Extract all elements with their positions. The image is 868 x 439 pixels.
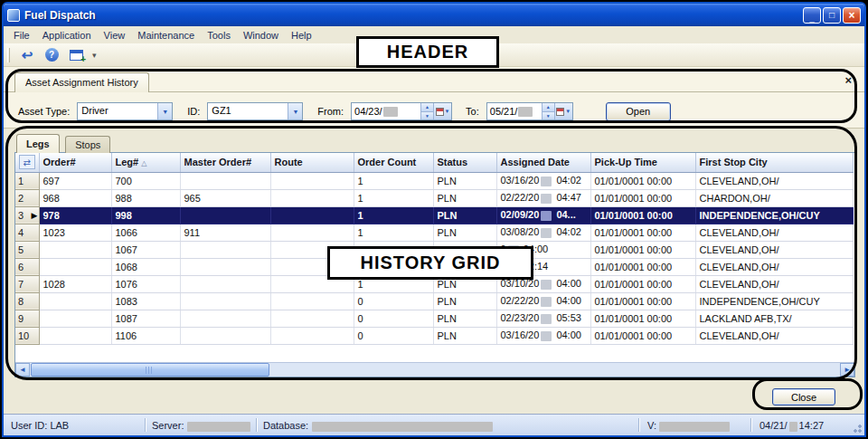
cell-master[interactable]: [180, 275, 270, 292]
cell-pickup[interactable]: 01/01/0001 00:00: [590, 224, 695, 241]
column-header-master-order[interactable]: Master Order#: [180, 153, 270, 172]
cell-pickup[interactable]: 01/01/0001 00:00: [590, 327, 695, 344]
cell-pickup[interactable]: 01/01/0001 00:00: [590, 275, 695, 292]
cell-leg[interactable]: 1076: [111, 275, 180, 292]
cell-order[interactable]: 968: [39, 189, 111, 206]
row-selector[interactable]: 7: [15, 275, 39, 292]
cell-assigned[interactable]: 02/22/20 04:00: [496, 292, 590, 310]
cell-city[interactable]: INDEPENDENCE,OH/CUY: [695, 292, 853, 310]
cell-status[interactable]: PLN: [433, 327, 496, 344]
cell-pickup[interactable]: 01/01/0001 00:00: [590, 310, 695, 327]
cell-pickup[interactable]: 01/01/0001 00:00: [590, 172, 695, 189]
menu-item-maintenance[interactable]: Maintenance: [131, 28, 201, 43]
column-header-order[interactable]: Order#: [39, 153, 111, 172]
cell-route[interactable]: [270, 292, 354, 310]
table-row[interactable]: 810830PLN02/22/20 04:0001/01/0001 00:00I…: [15, 292, 853, 310]
cell-order[interactable]: 978: [39, 206, 111, 224]
maximize-button[interactable]: □: [823, 7, 841, 24]
menu-item-tools[interactable]: Tools: [201, 28, 237, 43]
cell-leg[interactable]: 700: [111, 172, 180, 189]
to-date-input[interactable]: 05/21/ ▲ ▼ ▼: [486, 102, 573, 120]
cell-assigned[interactable]: 03/16/20 04:00: [496, 327, 590, 344]
tab-stops[interactable]: Stops: [65, 136, 110, 153]
cell-pickup[interactable]: 01/01/0001 00:00: [590, 206, 695, 224]
row-selector[interactable]: 5: [15, 241, 39, 258]
cell-count[interactable]: 0: [354, 327, 433, 344]
table-row[interactable]: 1011060PLN03/16/20 04:0001/01/0001 00:00…: [15, 327, 853, 344]
cell-leg[interactable]: 1066: [111, 224, 180, 241]
cell-route[interactable]: [270, 310, 354, 327]
cell-pickup[interactable]: 01/01/0001 00:00: [590, 258, 695, 275]
menu-item-application[interactable]: Application: [36, 28, 98, 43]
cell-status[interactable]: PLN: [433, 172, 496, 189]
table-row[interactable]: 16977001PLN03/16/20 04:0201/01/0001 00:0…: [15, 172, 853, 189]
cell-leg[interactable]: 998: [111, 206, 180, 224]
calendar-button[interactable]: ▼: [433, 103, 451, 119]
cell-status[interactable]: PLN: [433, 206, 496, 224]
id-select[interactable]: GZ1 ▼: [207, 102, 303, 120]
cell-status[interactable]: PLN: [433, 310, 496, 327]
horizontal-scrollbar[interactable]: ◄ ►: [15, 362, 854, 377]
row-selector[interactable]: 3▶: [15, 206, 39, 224]
cell-master[interactable]: [180, 206, 270, 224]
cell-city[interactable]: CLEVELAND,OH/: [695, 327, 853, 344]
cell-pickup[interactable]: 01/01/0001 00:00: [590, 189, 695, 206]
column-header-route[interactable]: Route: [270, 153, 354, 172]
spin-down-button[interactable]: ▼: [542, 112, 554, 120]
cell-pickup[interactable]: 01/01/0001 00:00: [590, 292, 695, 310]
cell-city[interactable]: CLEVELAND,OH/: [695, 224, 853, 241]
toolbar-grip[interactable]: [7, 48, 10, 62]
cell-city[interactable]: INDEPENDENCE,OH/CUY: [695, 206, 853, 224]
cell-city[interactable]: CHARDON,OH/: [695, 189, 853, 206]
close-button[interactable]: ×: [843, 7, 861, 24]
dropdown-arrow-icon[interactable]: ▼: [288, 103, 302, 119]
cell-order[interactable]: 697: [39, 172, 111, 189]
cell-assigned[interactable]: 02/23/20 05:53: [496, 310, 590, 327]
cell-assigned[interactable]: 02/22/20 04:47: [496, 189, 590, 206]
column-header-assigned-date[interactable]: Assigned Date: [496, 153, 590, 172]
cell-pickup[interactable]: 01/01/0001 00:00: [590, 241, 695, 258]
from-date-input[interactable]: 04/23/ ▲ ▼ ▼: [351, 102, 452, 120]
column-header-order-count[interactable]: Order Count: [354, 153, 433, 172]
cell-order[interactable]: 1023: [39, 224, 111, 241]
cell-city[interactable]: CLEVELAND,OH/: [695, 172, 853, 189]
cell-route[interactable]: [270, 172, 354, 189]
cell-city[interactable]: CLEVELAND,OH/: [695, 241, 853, 258]
toolbar-overflow-icon[interactable]: ▾: [92, 51, 97, 60]
menu-item-help[interactable]: Help: [285, 28, 318, 43]
cell-order[interactable]: [39, 258, 111, 275]
cell-leg[interactable]: 988: [111, 189, 180, 206]
spin-up-button[interactable]: ▲: [421, 103, 433, 112]
cell-order[interactable]: [39, 310, 111, 327]
cell-order[interactable]: [39, 292, 111, 310]
cell-leg[interactable]: 1067: [111, 241, 180, 258]
cell-order[interactable]: 1028: [39, 275, 111, 292]
menu-item-view[interactable]: View: [98, 28, 132, 43]
calendar-button[interactable]: ▼: [554, 103, 572, 119]
cell-count[interactable]: 0: [354, 310, 433, 327]
column-header-leg[interactable]: Leg#△: [111, 153, 180, 172]
tab-legs[interactable]: Legs: [16, 134, 60, 153]
cell-assigned[interactable]: 02/09/20 04...: [496, 206, 590, 224]
column-header-status[interactable]: Status: [433, 153, 496, 172]
cell-route[interactable]: [270, 189, 354, 206]
cell-master[interactable]: 965: [180, 189, 270, 206]
cell-count[interactable]: 1: [354, 172, 433, 189]
column-header-first-stop-city[interactable]: First Stop City: [695, 153, 853, 172]
asset-type-select[interactable]: Driver ▼: [77, 102, 173, 120]
row-selector[interactable]: 6: [15, 258, 39, 275]
row-selector[interactable]: 8: [15, 292, 39, 310]
scrollbar-thumb[interactable]: [31, 363, 269, 377]
row-selector[interactable]: 2: [15, 189, 39, 206]
menu-item-file[interactable]: File: [7, 28, 36, 43]
cell-order[interactable]: [39, 327, 111, 344]
minimize-button[interactable]: _: [803, 7, 821, 24]
close-panel-button[interactable]: Close: [772, 388, 835, 406]
cell-city[interactable]: LACKLAND AFB,TX/: [695, 310, 853, 327]
cell-count[interactable]: 1: [354, 224, 433, 241]
cell-status[interactable]: PLN: [433, 224, 496, 241]
cell-leg[interactable]: 1068: [111, 258, 180, 275]
open-button[interactable]: Open: [606, 102, 671, 121]
scroll-left-button[interactable]: ◄: [15, 363, 30, 377]
cell-count[interactable]: 1: [354, 206, 433, 224]
